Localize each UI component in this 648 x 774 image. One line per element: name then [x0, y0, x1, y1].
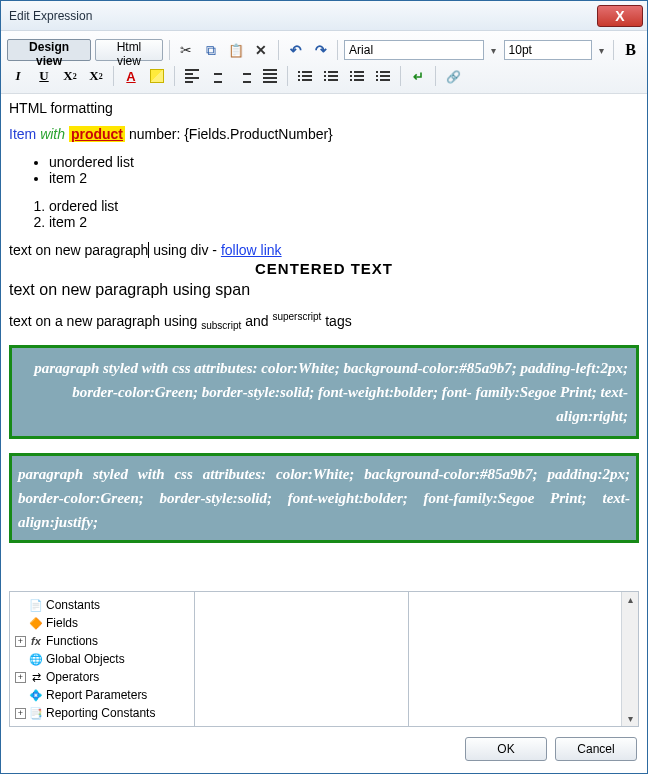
align-center-button[interactable]: [207, 65, 229, 87]
titlebar: Edit Expression X: [1, 1, 647, 31]
text-with: with: [40, 126, 65, 142]
separator: [287, 66, 288, 86]
redo-icon: [315, 42, 327, 58]
subscript-text: subscript: [201, 320, 241, 331]
node-label: Functions: [46, 634, 98, 648]
superscript-button[interactable]: X2: [85, 65, 107, 87]
copy-icon: [206, 42, 216, 59]
align-left-button[interactable]: [181, 65, 203, 87]
align-center-icon: [211, 69, 225, 83]
list-item: item 2: [49, 214, 639, 230]
bottom-panels: 📄Constants🔶Fields+fxFunctions🌐Global Obj…: [9, 591, 639, 727]
node-label: Reporting Constants: [46, 706, 155, 720]
text: using div -: [149, 242, 221, 258]
chevron-down-icon[interactable]: ▾: [488, 45, 499, 56]
node-label: Report Parameters: [46, 688, 147, 702]
indent-button[interactable]: [372, 65, 394, 87]
node-icon: 💠: [29, 688, 43, 702]
list-item: item 2: [49, 170, 639, 186]
bullet-list-button[interactable]: [294, 65, 316, 87]
text: text on a new paragraph using: [9, 313, 201, 329]
scrollbar[interactable]: ▴ ▾: [621, 592, 638, 726]
superscript-text: superscript: [272, 311, 321, 322]
expand-icon[interactable]: +: [15, 708, 26, 719]
delete-button[interactable]: [251, 39, 272, 61]
tab-design-view[interactable]: Design view: [7, 39, 91, 61]
tree-node[interactable]: +📑Reporting Constants: [12, 704, 192, 722]
list-item: ordered list: [49, 198, 639, 214]
tree-node[interactable]: 🔶Fields: [12, 614, 192, 632]
node-icon: 📑: [29, 706, 43, 720]
list-item: unordered list: [49, 154, 639, 170]
node-icon: fx: [29, 634, 43, 648]
number-list-button[interactable]: [320, 65, 342, 87]
node-icon: 🌐: [29, 652, 43, 666]
separator: [613, 40, 614, 60]
follow-link[interactable]: follow link: [221, 242, 282, 258]
indent-icon: [376, 71, 390, 81]
cancel-button[interactable]: Cancel: [555, 737, 637, 761]
cut-button[interactable]: [176, 39, 197, 61]
dialog-buttons: OK Cancel: [1, 727, 647, 773]
centered-text: CENTERED TEXT: [9, 260, 639, 277]
align-justify-icon: [263, 69, 277, 83]
cut-icon: [180, 42, 192, 58]
toolbar-row-2: I U X2 X2 A: [7, 63, 641, 89]
node-icon: 🔶: [29, 616, 43, 630]
content-heading: HTML formatting: [9, 100, 639, 116]
node-icon: ⇄: [29, 670, 43, 684]
bullet-list-icon: [298, 71, 312, 81]
members-panel[interactable]: [195, 592, 409, 726]
expand-icon[interactable]: +: [15, 672, 26, 683]
copy-button[interactable]: [201, 39, 222, 61]
text: tags: [321, 313, 351, 329]
tree-node[interactable]: 📄Constants: [12, 596, 192, 614]
newline-button[interactable]: [407, 65, 429, 87]
separator: [169, 40, 170, 60]
scroll-down-icon[interactable]: ▾: [628, 713, 633, 724]
hyperlink-button[interactable]: [442, 65, 464, 87]
content-line-item: Item with product number: {Fields.Produc…: [9, 126, 639, 142]
underline-button[interactable]: U: [33, 65, 55, 87]
outdent-button[interactable]: [346, 65, 368, 87]
separator: [400, 66, 401, 86]
expand-icon[interactable]: +: [15, 636, 26, 647]
bold-button[interactable]: B: [620, 39, 641, 61]
expand-icon: [15, 690, 26, 701]
subscript-button[interactable]: X2: [59, 65, 81, 87]
expand-icon: [15, 654, 26, 665]
node-icon: 📄: [29, 598, 43, 612]
align-justify-button[interactable]: [259, 65, 281, 87]
ok-button[interactable]: OK: [465, 737, 547, 761]
paragraph-div: text on new paragraph using div - follow…: [9, 242, 639, 258]
editor-canvas[interactable]: HTML formatting Item with product number…: [1, 94, 647, 591]
font-color-button[interactable]: A: [120, 65, 142, 87]
close-icon: X: [615, 8, 624, 24]
align-right-icon: [237, 69, 251, 83]
align-left-icon: [185, 69, 199, 83]
chevron-down-icon[interactable]: ▾: [596, 45, 607, 56]
tab-html-view[interactable]: Html view: [95, 39, 163, 61]
expression-tree[interactable]: 📄Constants🔶Fields+fxFunctions🌐Global Obj…: [10, 592, 195, 726]
outdent-icon: [350, 71, 364, 81]
styled-paragraph-right: paragraph styled with css attributes: co…: [9, 345, 639, 439]
link-icon: [446, 69, 461, 84]
highlight-button[interactable]: [146, 65, 168, 87]
paste-button[interactable]: [226, 39, 247, 61]
styled-paragraph-justify: paragraph styled with css attributes: co…: [9, 453, 639, 543]
description-panel[interactable]: [409, 592, 622, 726]
ordered-list: ordered list item 2: [49, 198, 639, 230]
font-name-select[interactable]: [344, 40, 484, 60]
tree-node[interactable]: 🌐Global Objects: [12, 650, 192, 668]
font-size-select[interactable]: [504, 40, 592, 60]
tree-node[interactable]: 💠Report Parameters: [12, 686, 192, 704]
tree-node[interactable]: +fxFunctions: [12, 632, 192, 650]
italic-button[interactable]: I: [7, 65, 29, 87]
redo-button[interactable]: [310, 39, 331, 61]
text: and: [241, 313, 272, 329]
scroll-up-icon[interactable]: ▴: [628, 594, 633, 605]
undo-button[interactable]: [285, 39, 306, 61]
tree-node[interactable]: +⇄Operators: [12, 668, 192, 686]
close-button[interactable]: X: [597, 5, 643, 27]
align-right-button[interactable]: [233, 65, 255, 87]
